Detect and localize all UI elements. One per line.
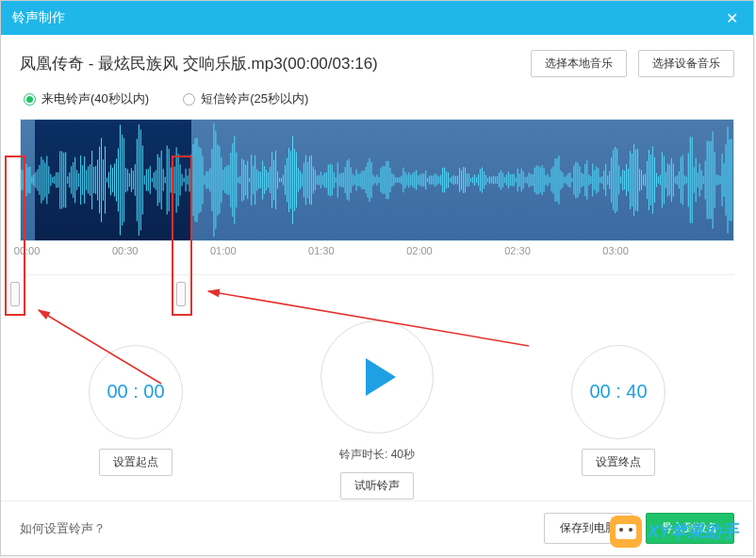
ruler-tick: 02:30 [504, 245, 531, 256]
drag-handle-start[interactable] [10, 282, 20, 306]
radio-sms-label: 短信铃声(25秒以内) [201, 90, 308, 107]
radio-dot-icon [183, 93, 195, 106]
ruler-tick: 03:00 [602, 245, 629, 256]
ruler-tick: 01:00 [210, 245, 237, 256]
close-icon[interactable]: ✕ [722, 9, 742, 27]
preview-button[interactable]: 试听铃声 [340, 472, 414, 500]
file-title: 凤凰传奇 - 最炫民族风 交响乐版.mp3(00:00/03:16) [20, 53, 378, 74]
window-title: 铃声制作 [12, 9, 65, 26]
radio-incoming[interactable]: 来电铃声(40秒以内) [24, 90, 149, 107]
play-button[interactable] [320, 320, 434, 434]
start-time-circle: 00 : 00 [89, 345, 183, 439]
help-link[interactable]: 如何设置铃声？ [20, 520, 106, 537]
brand-badge: XY苹果助手 [610, 516, 738, 548]
ruler-tick: 02:00 [406, 245, 433, 256]
brand-text: XY苹果助手 [648, 520, 738, 543]
radio-sms[interactable]: 短信铃声(25秒以内) [183, 90, 308, 107]
choose-device-button[interactable]: 选择设备音乐 [638, 50, 734, 77]
waveform-svg [21, 120, 733, 240]
radio-dot-icon [24, 93, 36, 106]
end-time-circle: 00 : 40 [571, 345, 666, 439]
ruler-tick: 01:30 [308, 245, 335, 256]
time-ruler: 00:0000:3001:0001:3002:0002:3003:00 [20, 241, 734, 275]
radio-incoming-label: 来电铃声(40秒以内) [41, 90, 149, 107]
waveform-area[interactable] [20, 119, 734, 241]
ruler-tick: 00:00 [14, 245, 41, 256]
titlebar: 铃声制作 ✕ [1, 1, 753, 35]
drag-handle-end[interactable] [176, 282, 186, 306]
play-icon [366, 358, 396, 396]
ruler-tick: 00:30 [112, 245, 139, 256]
brand-icon [610, 516, 642, 548]
set-start-button[interactable]: 设置起点 [99, 449, 173, 476]
choose-local-button[interactable]: 选择本地音乐 [531, 50, 627, 77]
end-time-value: 00 : 40 [589, 381, 647, 402]
start-time-value: 00 : 00 [107, 381, 164, 402]
set-end-button[interactable]: 设置终点 [582, 449, 655, 476]
duration-label: 铃声时长: 40秒 [339, 447, 415, 463]
